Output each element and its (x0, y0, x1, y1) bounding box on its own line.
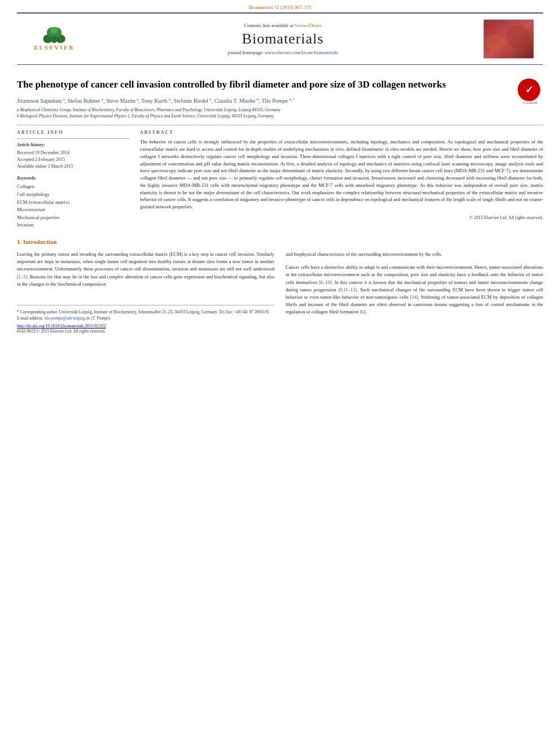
contents-label: Contents lists available at ScienceDirec… (94, 23, 472, 28)
affiliation-b: b Biological Physics Division, Institute… (17, 113, 543, 120)
intro-title: Introduction (23, 238, 57, 245)
keywords-label: Keywords: (17, 176, 130, 181)
elsevier-logo: ELSEVIER (26, 25, 82, 53)
intro-right-text-2: Cancer cells have a distinctive ability … (286, 264, 543, 316)
received-date: Received 19 December 2014 (17, 150, 130, 156)
journal-ref-text: Biomaterials 52 (2015) 367–375 (249, 5, 312, 10)
journal-cover-image: Biomaterials (483, 19, 534, 59)
intro-right-col: and biophysical characteristics of the s… (286, 251, 543, 334)
authors-line: Jiranuwat Sapudom a, Stefan Rubner a, St… (17, 97, 543, 105)
affiliation-a: a Biophysical Chemistry Group, Institute… (17, 107, 543, 113)
history-label: Article history: (17, 142, 130, 147)
info-divider (17, 138, 130, 139)
crossmark-label: CrossMark (518, 101, 543, 104)
doi-link[interactable]: http://dx.doi.org/10.1016/j.biomaterials… (17, 324, 106, 329)
article-info-column: ARTICLE INFO Article history: Received 1… (17, 130, 130, 229)
elsevier-logo-area: ELSEVIER (26, 25, 94, 53)
footer-notes: * Corresponding author. Universität Leip… (17, 305, 274, 334)
corresponding-author-note: * Corresponding author. Universität Leip… (17, 309, 274, 315)
article-info-abstract: ARTICLE INFO Article history: Received 1… (17, 130, 543, 229)
accepted-date: Accepted 2 February 2015 (17, 156, 130, 163)
crossmark-icon[interactable]: ✓ (518, 78, 540, 101)
article-title: The phenotype of cancer cell invasion co… (17, 78, 543, 91)
ref-14[interactable]: [14] (410, 294, 418, 300)
doi-line[interactable]: http://dx.doi.org/10.1016/j.biomaterials… (17, 324, 274, 329)
intro-left-text: Leaving the primary tumor and invading t… (17, 251, 274, 288)
available-date: Available online 3 March 2015 (17, 163, 130, 170)
ref-1-5[interactable]: [1–5] (17, 274, 27, 279)
email-note: E-mail address: tilo.pompe@uni-leipzig.d… (17, 315, 274, 321)
intro-left-col: Leaving the primary tumor and invading t… (17, 251, 274, 334)
title-area: The phenotype of cancer cell invasion co… (17, 78, 543, 91)
ref-6-10[interactable]: [6–10] (319, 279, 332, 285)
intro-heading: 1. Introduction (17, 238, 543, 245)
cover-pattern (484, 20, 534, 59)
header-center: Contents lists available at ScienceDirec… (94, 23, 472, 55)
keyword-collagen: Collagen (17, 183, 130, 191)
authors-text: Jiranuwat Sapudom a, Stefan Rubner a, St… (17, 98, 295, 104)
keyword-ecm: ECM (extracellular matrix) (17, 199, 130, 207)
copyright-notice: © 2015 Elsevier Ltd. All rights reserved… (140, 215, 543, 220)
keyword-cell-morphology: Cell morphology (17, 191, 130, 199)
journal-header: ELSEVIER Contents lists available at Sci… (17, 12, 543, 65)
issn-line: 0142-9612/© 2015 Elsevier Ltd. All right… (17, 329, 274, 334)
journal-reference: Biomaterials 52 (2015) 367–375 (0, 0, 560, 12)
elsevier-tree-icon (37, 27, 71, 44)
journal-cover-area: Biomaterials (472, 19, 534, 59)
homepage-link[interactable]: www.elsevier.com/locate/biomaterials (265, 50, 338, 55)
abstract-header: ABSTRACT (140, 130, 543, 135)
ref-6-bottom[interactable]: [6] (360, 309, 365, 314)
sciencedirect-link[interactable]: ScienceDirect (295, 23, 322, 28)
svg-point-10 (502, 44, 516, 58)
svg-point-8 (487, 34, 504, 51)
abstract-column: ABSTRACT The behavior of cancer cells is… (140, 130, 543, 229)
introduction-body: Leaving the primary tumor and invading t… (17, 251, 543, 334)
affiliations: a Biophysical Chemistry Group, Institute… (17, 107, 543, 119)
crossmark-area: ✓ CrossMark (518, 78, 543, 104)
abstract-text: The behavior of cancer cells is strongly… (140, 138, 543, 211)
intro-right-text-1: and biophysical characteristics of the s… (286, 251, 543, 258)
ref-9-11-13[interactable]: [9,11–13] (338, 287, 357, 292)
keyword-mechanical: Mechanical properties (17, 214, 130, 222)
introduction-section: 1. Introduction Leaving the primary tumo… (17, 238, 543, 334)
intro-number: 1. (17, 238, 21, 245)
article-info-header: ARTICLE INFO (17, 130, 130, 135)
keyword-microstructure: Microstructure (17, 206, 130, 214)
page-container: Biomaterials 52 (2015) 367–375 ELSEVIER (0, 0, 560, 747)
email-link[interactable]: tilo.pompe@uni-leipzig.de (45, 316, 90, 321)
elsevier-name: ELSEVIER (34, 44, 75, 51)
header-divider (17, 125, 543, 125)
main-content: The phenotype of cancer cell invasion co… (0, 65, 560, 339)
homepage-line: journal homepage: www.elsevier.com/locat… (94, 50, 472, 55)
journal-name: Biomaterials (94, 30, 472, 47)
keyword-invasion: Invasion (17, 221, 130, 229)
